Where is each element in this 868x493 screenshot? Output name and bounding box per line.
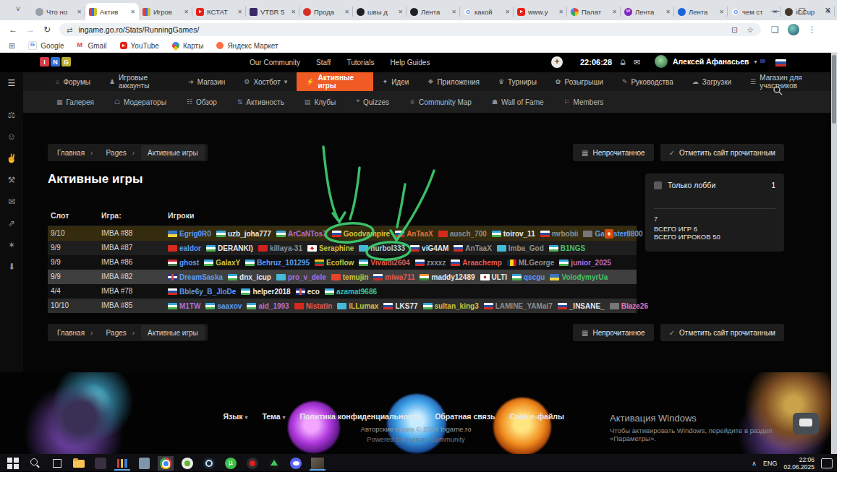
game-app-icon[interactable] bbox=[93, 456, 109, 471]
player-link[interactable]: VolodymyrUa bbox=[550, 273, 608, 281]
subnav-item[interactable]: ⚐Members bbox=[554, 98, 614, 106]
download-icon[interactable]: ⬇ bbox=[0, 256, 23, 278]
keyboard-language[interactable]: ENG bbox=[763, 460, 778, 467]
nav-item[interactable]: ♟Игровые аккаунты bbox=[100, 72, 179, 91]
browser-tab[interactable]: Игров✕ bbox=[139, 3, 192, 20]
side-panel-icon[interactable]: ❏ bbox=[771, 25, 779, 35]
player-link[interactable]: AnTaaX bbox=[454, 244, 492, 252]
header-link[interactable]: Tutorials bbox=[346, 59, 374, 67]
new-tab-button[interactable]: + bbox=[835, 3, 837, 20]
language-flag-ru-icon[interactable] bbox=[775, 59, 786, 67]
subnav-item[interactable]: ☗Wall of Fame bbox=[482, 98, 554, 106]
user-icon[interactable]: ☺ bbox=[0, 126, 23, 147]
bookmark-star-icon[interactable]: ☆ bbox=[746, 25, 754, 35]
player-link[interactable]: _INSANE_ bbox=[558, 302, 605, 310]
player-link[interactable]: temujin bbox=[331, 273, 369, 281]
player-link[interactable]: M1TW bbox=[168, 302, 200, 310]
breadcrumb-item[interactable]: Главная› bbox=[51, 329, 99, 337]
player-link[interactable]: Egrig0R0 bbox=[168, 230, 211, 238]
menu-icon[interactable]: ☰ bbox=[0, 72, 23, 94]
close-tab-icon[interactable]: ✕ bbox=[291, 9, 296, 15]
chrome-icon[interactable] bbox=[158, 456, 174, 471]
browser-tab[interactable]: Лента✕ bbox=[674, 3, 728, 20]
create-plus-button[interactable]: + bbox=[551, 56, 563, 68]
green-triangle-app-icon[interactable] bbox=[266, 456, 282, 471]
breadcrumb-item[interactable]: Pages› bbox=[99, 329, 141, 337]
player-link[interactable]: zxxxz bbox=[415, 259, 446, 267]
mark-read-button[interactable]: ✓Отметить сайт прочитанным bbox=[660, 144, 784, 161]
nav-item[interactable]: ✦Идеи bbox=[373, 72, 419, 91]
start-button[interactable] bbox=[6, 456, 22, 471]
browser-tab[interactable]: www.y✕ bbox=[514, 3, 567, 20]
page-scrollbar[interactable] bbox=[831, 53, 837, 454]
browser-tab[interactable]: VTBR 5✕ bbox=[246, 3, 299, 20]
player-link[interactable]: GalaxY bbox=[204, 259, 240, 267]
subnav-item[interactable]: ☷Обзор bbox=[176, 98, 227, 106]
player-link[interactable]: Nistatin bbox=[294, 302, 333, 310]
recorder-icon[interactable] bbox=[244, 456, 260, 471]
table-row[interactable]: 4/4IMBA #78Bble6y_B_JloDehelper2018ecoaz… bbox=[48, 284, 637, 299]
close-window-button[interactable]: ✕ bbox=[825, 6, 831, 15]
file-explorer-icon[interactable] bbox=[71, 456, 87, 471]
header-link[interactable]: Help Guides bbox=[390, 59, 430, 67]
game-cell[interactable]: IMBA #78 bbox=[101, 287, 132, 295]
close-tab-icon[interactable]: ✕ bbox=[398, 9, 403, 15]
player-link[interactable]: Ecoflow bbox=[315, 259, 354, 267]
player-link[interactable]: Behruz_101295 bbox=[245, 259, 310, 267]
footer-link[interactable]: Тема ▾ bbox=[262, 412, 285, 421]
site-info-icon[interactable]: ⇄ bbox=[67, 26, 72, 34]
browser-tab[interactable]: Что но✕ bbox=[32, 3, 85, 20]
close-tab-icon[interactable]: ✕ bbox=[130, 9, 135, 15]
player-link[interactable]: LAMINE_YAMal7 bbox=[484, 302, 553, 310]
browser-profile-avatar[interactable] bbox=[788, 24, 799, 35]
header-link[interactable]: Staff bbox=[316, 59, 331, 67]
clock-date[interactable]: 22:0602.06.2025 bbox=[783, 456, 814, 471]
site-logo[interactable]: ING bbox=[40, 57, 71, 67]
footer-link[interactable]: Язык ▾ bbox=[223, 412, 247, 421]
browser-tab[interactable]: Лента✕ bbox=[407, 3, 460, 20]
search-icon[interactable] bbox=[773, 85, 783, 95]
cart-icon[interactable]: ⚖ bbox=[0, 104, 23, 126]
player-link[interactable]: pro_v_dele bbox=[276, 273, 326, 281]
player-link[interactable]: iLLumax bbox=[337, 302, 378, 310]
game-cell[interactable]: IMBA #88 bbox=[101, 229, 132, 237]
player-link[interactable]: viG4AM bbox=[410, 244, 448, 252]
browser-tab[interactable]: швы д✕ bbox=[353, 3, 407, 20]
footer-link[interactable]: Политика конфиденциальности bbox=[299, 412, 420, 421]
close-tab-icon[interactable]: ✕ bbox=[665, 9, 671, 15]
player-link[interactable]: Seraphine bbox=[307, 244, 354, 252]
close-tab-icon[interactable]: ✕ bbox=[237, 9, 242, 15]
game-cell[interactable]: IMBA #82 bbox=[101, 273, 132, 280]
browser-tab[interactable]: КСТАТ✕ bbox=[192, 3, 246, 20]
bookmark-gmail[interactable]: Gmail bbox=[77, 41, 106, 50]
tools-icon[interactable]: ⚒ bbox=[0, 169, 23, 191]
player-link[interactable]: sultan_king3 bbox=[423, 302, 479, 310]
player-link[interactable]: Goodvampire bbox=[332, 230, 390, 238]
chat-icon[interactable]: ✉ bbox=[0, 191, 23, 213]
tray-expand-icon[interactable]: ∧ bbox=[752, 460, 757, 467]
close-tab-icon[interactable]: ✕ bbox=[77, 9, 82, 15]
player-link[interactable]: azamat9686 bbox=[325, 288, 377, 296]
subnav-item[interactable]: ☖Модераторы bbox=[104, 98, 176, 106]
nav-item[interactable]: ✿Розыгрыши bbox=[546, 72, 613, 91]
breadcrumb-item[interactable]: Активные игры bbox=[141, 325, 205, 340]
action-center-icon[interactable] bbox=[821, 458, 833, 468]
nav-item[interactable]: ☰Магазин для участников bbox=[741, 72, 837, 91]
player-link[interactable]: MLGeorge bbox=[507, 259, 554, 267]
game-thumbnail-icon[interactable] bbox=[310, 456, 326, 471]
player-link[interactable]: nurbol333 bbox=[359, 244, 405, 252]
browser-tab[interactable]: Лента✕ bbox=[621, 3, 674, 20]
tab-search-chevron-icon[interactable]: ˅ bbox=[16, 5, 20, 13]
utorrent-icon[interactable] bbox=[223, 456, 239, 471]
subnav-item[interactable]: ▦Галерея bbox=[46, 98, 104, 106]
hand-icon[interactable]: ✌ bbox=[0, 147, 23, 169]
player-link[interactable]: qscgu bbox=[512, 273, 545, 281]
close-tab-icon[interactable]: ✕ bbox=[451, 9, 456, 15]
bug-icon[interactable]: ✶ bbox=[0, 234, 23, 256]
player-link[interactable]: dnx_icup bbox=[228, 273, 271, 281]
close-tab-icon[interactable]: ✕ bbox=[612, 9, 617, 15]
nav-item[interactable]: ☁Загрузки bbox=[683, 72, 741, 91]
browser-tab[interactable]: Прода✕ bbox=[299, 3, 353, 20]
bookmark-maps[interactable]: Карты bbox=[172, 41, 204, 50]
bookmark-google[interactable]: Google bbox=[28, 41, 64, 50]
